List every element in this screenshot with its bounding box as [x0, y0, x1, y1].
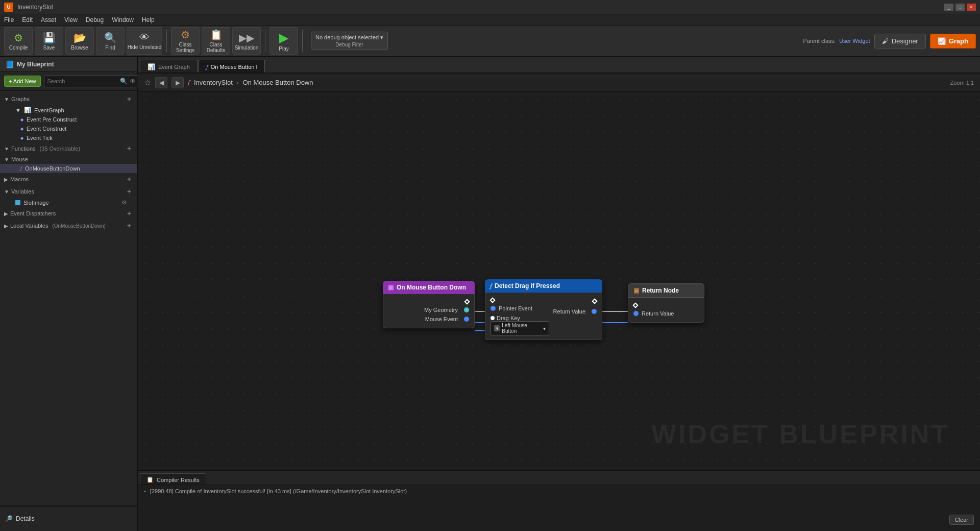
event-pre-construct-label: Event Pre Construct	[27, 116, 77, 123]
node-return-body: Return Value	[628, 298, 704, 323]
event-graph-item[interactable]: ▼ 📊 EventGraph	[0, 105, 137, 115]
node-return-icon: ▣	[633, 287, 639, 294]
node-detect-drag-body: Pointer Event Drag Key 🖱 Left Mouse Butt…	[485, 293, 602, 340]
browse-button[interactable]: 📂 Browse	[65, 27, 94, 55]
separator-1	[166, 30, 167, 52]
menu-window[interactable]: Window	[112, 16, 134, 23]
macros-section[interactable]: ▶ Macros ＋	[0, 173, 137, 185]
menu-view[interactable]: View	[64, 16, 78, 23]
node-on-mouse-button-down[interactable]: ▣ On Mouse Button Down My Geometry Mouse…	[383, 281, 475, 328]
lv-add-button[interactable]: ＋	[126, 221, 133, 230]
play-button[interactable]: ▶ Play	[270, 27, 298, 55]
pin-detect-return-value: Return Value	[553, 307, 597, 316]
simulation-icon: ▶▶	[239, 32, 254, 44]
variable-type-icon	[15, 200, 20, 205]
detect-return-label: Return Value	[553, 308, 585, 315]
macros-add-button[interactable]: ＋	[126, 175, 133, 184]
search-box: 🔍 👁	[44, 75, 139, 87]
event-graph-tab[interactable]: 📊 Event Graph	[140, 60, 198, 73]
event-tick-item[interactable]: ◆ Event Tick	[0, 133, 137, 142]
search-icons: 🔍 👁	[120, 78, 136, 85]
drag-key-dropdown[interactable]: 🖱 Left Mouse Button ▾	[491, 321, 549, 335]
breadcrumb-func-icon: 𝑓	[188, 78, 190, 87]
minimize-button[interactable]: _	[944, 4, 953, 11]
menu-help[interactable]: Help	[142, 16, 155, 23]
bookmark-icon[interactable]: ☆	[144, 78, 151, 87]
forward-button[interactable]: ▶	[172, 77, 184, 88]
maximize-button[interactable]: □	[955, 4, 965, 11]
mouse-section[interactable]: ▼ Mouse	[0, 155, 137, 164]
on-mouse-button-down-item[interactable]: 𝑓 OnMouseButtonDown	[0, 164, 137, 173]
class-defaults-label: Class Defaults	[202, 42, 230, 53]
bottom-panel: 📋 Compiler Results • [2990.48] Compile o…	[138, 470, 980, 531]
detect-exec-in-pin	[489, 297, 495, 303]
tab-bar: 📊 Event Graph 𝑓 On Mouse Button I	[138, 57, 980, 74]
functions-section[interactable]: ▼ Functions (35 Overridable) ＋	[0, 142, 137, 155]
node-mouse-down-body: My Geometry Mouse Event	[383, 294, 475, 328]
event-graph-icon: 📊	[24, 107, 31, 113]
close-button[interactable]: ✕	[967, 4, 976, 11]
on-mouse-button-tab[interactable]: 𝑓 On Mouse Button I	[199, 60, 265, 73]
play-label: Play	[279, 46, 288, 52]
menu-asset[interactable]: Asset	[41, 16, 56, 23]
node-return[interactable]: ▣ Return Node Return Value	[628, 283, 704, 323]
menu-file[interactable]: File	[4, 16, 14, 23]
window-controls[interactable]: _ □ ✕	[944, 4, 976, 11]
functions-add-button[interactable]: ＋	[126, 144, 133, 153]
clear-button[interactable]: Clear	[949, 515, 974, 525]
node-return-header: ▣ Return Node	[628, 283, 704, 298]
compile-icon: ⚙	[14, 32, 23, 44]
mouse-event-pin	[464, 317, 469, 322]
drag-key-label: Drag Key	[497, 315, 520, 321]
event-pre-construct-item[interactable]: ◆ Event Pre Construct	[0, 115, 137, 124]
bc-sep: ›	[237, 79, 239, 86]
simulation-button[interactable]: ▶▶ Simulation	[232, 27, 261, 55]
slot-image-label: SlotImage	[23, 200, 49, 206]
event-graph-label: EventGraph	[34, 107, 64, 113]
compiler-results-tab[interactable]: 📋 Compiler Results	[140, 473, 206, 485]
pin-detect-exec-in	[491, 297, 549, 304]
toolbar: ⚙ Compile 💾 Save 📂 Browse 🔍 Find 👁 Hide …	[0, 26, 980, 57]
event-construct-label: Event Construct	[27, 126, 66, 132]
app-icon: U	[4, 3, 13, 12]
node-detect-drag[interactable]: 𝑓 Detect Drag if Pressed Pointer Event	[485, 279, 602, 340]
bc-func: On Mouse Button Down	[242, 79, 313, 86]
graphs-add-button[interactable]: ＋	[126, 94, 133, 104]
menu-debug[interactable]: Debug	[86, 16, 104, 23]
blueprint-tree: ▼ Graphs ＋ ▼ 📊 EventGraph ◆ Event Pre Co…	[0, 91, 137, 505]
local-variables-section[interactable]: ▶ Local Variables (OnMouseButtonDown) ＋	[0, 220, 137, 232]
back-button[interactable]: ◀	[155, 77, 167, 88]
details-panel: 🔎 Details	[0, 505, 137, 531]
find-button[interactable]: 🔍 Find	[96, 27, 125, 55]
compile-label: Compile	[9, 45, 28, 51]
ed-add-button[interactable]: ＋	[126, 209, 133, 218]
debug-filter-value: No debug object selected ▾	[315, 34, 383, 41]
class-settings-button[interactable]: ⚙ Class Settings	[171, 27, 200, 55]
local-variables-label: Local Variables	[10, 223, 48, 229]
designer-button[interactable]: 🖌 Designer	[874, 34, 926, 49]
search-input[interactable]	[47, 78, 118, 84]
variables-add-button[interactable]: ＋	[126, 187, 133, 196]
compile-button[interactable]: ⚙ Compile	[4, 27, 33, 55]
save-button[interactable]: 💾 Save	[35, 27, 63, 55]
add-new-button[interactable]: + Add New	[4, 76, 41, 87]
eye-icon[interactable]: 👁	[130, 78, 136, 85]
class-defaults-button[interactable]: 📋 Class Defaults	[202, 27, 230, 55]
graphs-section[interactable]: ▼ Graphs ＋	[0, 93, 137, 105]
slot-image-item[interactable]: SlotImage ⊙	[0, 198, 137, 207]
debug-filter-dropdown[interactable]: No debug object selected ▾ Debug Filter	[311, 32, 388, 50]
lv-arrow: ▶	[4, 223, 8, 229]
compiler-results-icon: 📋	[146, 476, 154, 483]
drag-key-pin	[491, 316, 495, 320]
menu-edit[interactable]: Edit	[22, 16, 33, 23]
search-icon[interactable]: 🔍	[120, 78, 128, 85]
event-dispatchers-section[interactable]: ▶ Event Dispatchers ＋	[0, 207, 137, 220]
breadcrumb-path: InventorySlot › On Mouse Button Down	[194, 79, 313, 86]
hide-unrelated-button[interactable]: 👁 Hide Unrelated	[127, 27, 162, 55]
graph-canvas[interactable]: ▣ On Mouse Button Down My Geometry Mouse…	[138, 92, 980, 470]
graph-button[interactable]: 📈 Graph	[930, 34, 976, 49]
pin-pointer-event: Pointer Event	[491, 304, 549, 313]
variables-section[interactable]: ▼ Variables ＋	[0, 185, 137, 198]
separator-3	[302, 30, 303, 52]
event-construct-item[interactable]: ◆ Event Construct	[0, 124, 137, 133]
